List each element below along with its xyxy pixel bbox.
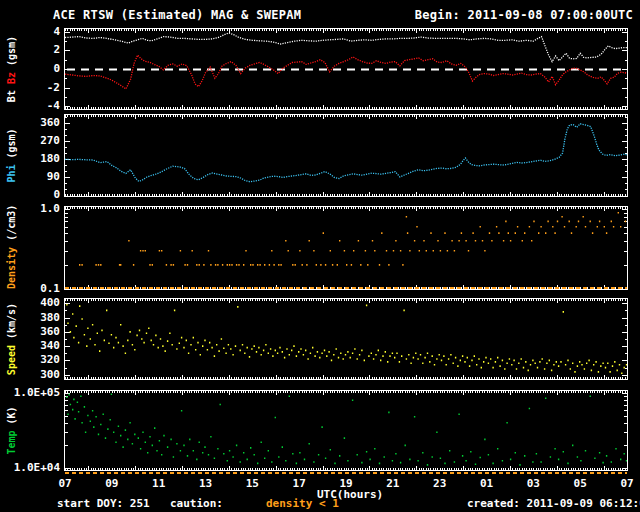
x-tick-label: 13 — [199, 477, 212, 490]
caution-label: caution: — [170, 497, 223, 510]
density-axis-label-part: (/cm3) — [6, 205, 17, 247]
phi-axis-label: Phi (gsm) — [6, 115, 17, 196]
temp-axis-label: Temp (K) — [6, 391, 17, 470]
panel-temp — [64, 390, 628, 471]
speed-ytick-label: 360 — [40, 325, 60, 338]
x-tick-label: 19 — [339, 477, 352, 490]
bt-bz-ytick-label: 2 — [53, 43, 60, 56]
panel-density — [64, 206, 628, 290]
bt-bz-axis-label-part: Bz — [6, 72, 17, 90]
panel-bt-bz — [64, 28, 628, 110]
density-axis-label: Density (/cm3) — [6, 207, 17, 289]
speed-axis-label-part: Speed — [6, 345, 17, 375]
bt-bz-axis-label-part: (gsm) — [6, 36, 17, 72]
speed-axis-label: Speed (km/s) — [6, 299, 17, 379]
x-tick-label: 23 — [433, 477, 446, 490]
ace-rtsw-plot: ACE RTSW (Estimated) MAG & SWEPAM Begin:… — [0, 0, 640, 512]
phi-plot-area — [65, 115, 627, 196]
x-tick-label: 11 — [152, 477, 165, 490]
x-tick-label: 03 — [527, 477, 540, 490]
speed-axis-label-part: (km/s) — [6, 303, 17, 345]
phi-ytick-label: 270 — [40, 134, 60, 147]
panel-speed — [64, 298, 628, 380]
x-tick-label: 07 — [620, 477, 633, 490]
panel-phi — [64, 114, 628, 197]
speed-ytick-label: 380 — [40, 310, 60, 323]
bt-bz-ytick-label: 4 — [53, 25, 60, 38]
temp-ytick-label: 1.0E+04 — [14, 461, 60, 474]
bt-bz-ytick-label: -2 — [47, 80, 60, 93]
speed-ytick-label: 320 — [40, 353, 60, 366]
phi-ytick-label: 180 — [40, 152, 60, 165]
phi-axis-label-part: Phi — [6, 165, 17, 183]
caution-value-label: density < 1 — [266, 497, 339, 510]
temp-plot-area — [65, 391, 627, 470]
phi-ytick-label: 360 — [40, 116, 60, 129]
speed-ytick-label: 340 — [40, 339, 60, 352]
temp-ytick-label: 1.0E+05 — [14, 386, 60, 399]
x-tick-label: 17 — [293, 477, 306, 490]
created-timestamp: created: 2011-09-09 06:12:04UTC — [467, 497, 640, 510]
density-ytick-label: 0.1 — [40, 282, 60, 295]
phi-axis-label-part: (gsm) — [6, 128, 17, 164]
begin-timestamp: Begin: 2011-09-08 07:00:00UTC — [415, 8, 633, 22]
bt-bz-axis-label-part: Bt — [6, 90, 17, 102]
phi-ytick-label: 0 — [53, 188, 60, 201]
speed-ytick-label: 300 — [40, 368, 60, 381]
density-caution-strip — [65, 472, 627, 474]
density-plot-area — [65, 207, 627, 289]
bt-bz-ytick-label: -4 — [47, 99, 60, 112]
speed-ytick-label: 400 — [40, 296, 60, 309]
bt-bz-axis-label: Bt Bz (gsm) — [6, 29, 17, 109]
density-ytick-label: 1.0 — [40, 202, 60, 215]
plot-title: ACE RTSW (Estimated) MAG & SWEPAM — [53, 8, 301, 22]
bt-bz-ytick-label: 0 — [53, 62, 60, 75]
x-tick-label: 01 — [480, 477, 493, 490]
start-doy-label: start DOY: 251 — [57, 497, 150, 510]
x-tick-label: 21 — [386, 477, 399, 490]
bt-bz-plot-area — [65, 29, 627, 109]
x-tick-label: 05 — [574, 477, 587, 490]
x-tick-label: 09 — [105, 477, 118, 490]
density-axis-label-part: Density — [6, 247, 17, 289]
temp-axis-label-part: Temp — [6, 431, 17, 455]
phi-ytick-label: 90 — [47, 170, 60, 183]
speed-plot-area — [65, 299, 627, 379]
temp-axis-label-part: (K) — [6, 406, 17, 430]
x-tick-label: 15 — [246, 477, 259, 490]
x-tick-label: 07 — [58, 477, 71, 490]
